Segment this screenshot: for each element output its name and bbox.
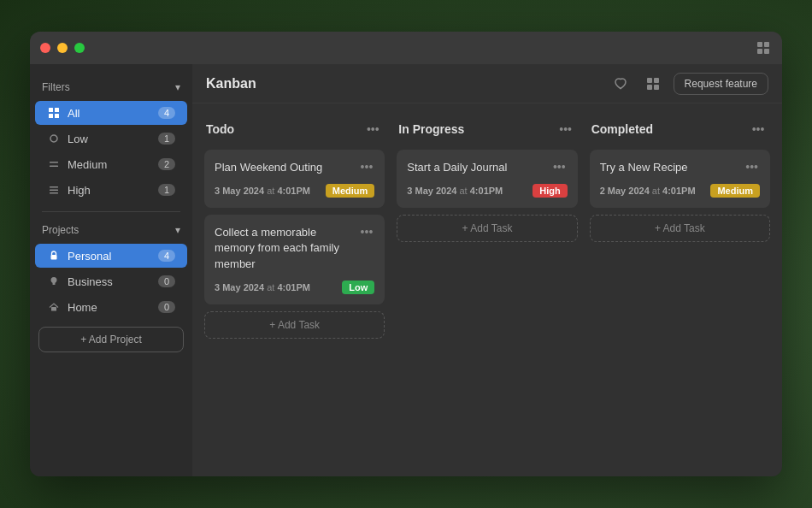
- column-completed-header: Completed •••: [590, 115, 770, 143]
- request-feature-button[interactable]: Request feature: [674, 73, 768, 95]
- project-business-label: Business: [68, 275, 151, 288]
- task-card-memorable-memory-more[interactable]: •••: [359, 225, 375, 239]
- svg-rect-2: [757, 49, 762, 54]
- task-card-daily-journal-priority: High: [533, 184, 567, 198]
- task-card-daily-journal-date: 3 May 2024 at 4:01PM: [407, 186, 503, 196]
- task-card-memorable-memory-header: Collect a memorable memory from each fam…: [215, 225, 374, 272]
- grid-icon: [47, 106, 61, 120]
- column-completed-more-button[interactable]: •••: [748, 119, 768, 139]
- sidebar-item-low[interactable]: Low 1: [35, 127, 187, 151]
- task-card-plan-weekend[interactable]: Plan Weekend Outing ••• 3 May 2024 at 4:…: [204, 150, 385, 208]
- filters-section-header: Filters ▾: [30, 78, 192, 100]
- layout-icon[interactable]: [755, 39, 772, 56]
- task-card-memorable-memory-footer: 3 May 2024 at 4:01PM Low: [215, 281, 374, 294]
- svg-rect-4: [49, 108, 53, 112]
- project-business-badge: 0: [158, 275, 175, 287]
- title-bar: [30, 32, 782, 64]
- svg-rect-10: [50, 166, 58, 168]
- filter-high-label: High: [68, 184, 151, 197]
- svg-rect-3: [764, 49, 769, 54]
- filter-high-badge: 1: [158, 184, 175, 196]
- task-card-new-recipe-footer: 2 May 2024 at 4:01PM Medium: [600, 184, 760, 198]
- project-personal-label: Personal: [68, 250, 151, 263]
- task-card-memorable-memory-title: Collect a memorable memory from each fam…: [215, 225, 352, 272]
- low-icon: [47, 132, 61, 145]
- maximize-button[interactable]: [74, 43, 85, 53]
- task-card-plan-weekend-more[interactable]: •••: [359, 160, 375, 174]
- content-area: Kanban Request feature: [192, 64, 782, 476]
- completed-add-task-button[interactable]: + Add Task: [590, 215, 770, 242]
- svg-rect-12: [50, 190, 58, 192]
- sidebar-item-personal[interactable]: Personal 4: [35, 244, 187, 268]
- header-actions: Request feature: [609, 72, 768, 96]
- svg-rect-5: [55, 108, 59, 112]
- filter-low-badge: 1: [158, 133, 175, 145]
- sidebar-item-home[interactable]: Home 0: [35, 295, 187, 319]
- sidebar-item-all[interactable]: All 4: [35, 101, 187, 125]
- page-title: Kanban: [206, 76, 609, 92]
- main-layout: Filters ▾ All 4: [30, 64, 782, 476]
- filters-label: Filters: [42, 81, 70, 93]
- svg-rect-0: [757, 42, 762, 47]
- svg-rect-1: [764, 42, 769, 47]
- medium-icon: [47, 157, 61, 171]
- svg-rect-9: [50, 162, 58, 163]
- task-card-memorable-memory[interactable]: Collect a memorable memory from each fam…: [204, 215, 385, 304]
- column-todo-more-button[interactable]: •••: [362, 119, 383, 139]
- svg-point-8: [50, 135, 57, 142]
- filter-all-label: All: [68, 107, 151, 120]
- favorite-button[interactable]: [609, 72, 633, 96]
- column-in-progress-more-button[interactable]: •••: [556, 119, 576, 139]
- high-icon: [47, 183, 61, 197]
- task-card-plan-weekend-footer: 3 May 2024 at 4:01PM Medium: [215, 184, 374, 198]
- task-card-daily-journal[interactable]: Start a Daily Journal ••• 3 May 2024 at …: [397, 150, 577, 208]
- task-card-plan-weekend-header: Plan Weekend Outing •••: [215, 160, 374, 175]
- svg-rect-11: [50, 186, 58, 188]
- filters-chevron-icon: ▾: [175, 81, 180, 93]
- projects-section-header: Projects ▾: [30, 221, 192, 243]
- task-card-plan-weekend-title: Plan Weekend Outing: [215, 160, 352, 175]
- projects-label: Projects: [42, 224, 79, 236]
- column-todo: Todo ••• Plan Weekend Outing ••• 3 May 2…: [204, 115, 385, 464]
- column-in-progress: In Progress ••• Start a Daily Journal ••…: [397, 115, 577, 464]
- svg-rect-19: [647, 85, 652, 90]
- sidebar: Filters ▾ All 4: [30, 64, 192, 476]
- sidebar-item-medium[interactable]: Medium 2: [35, 152, 187, 176]
- in-progress-add-task-button[interactable]: + Add Task: [397, 215, 577, 242]
- task-card-daily-journal-header: Start a Daily Journal •••: [407, 160, 567, 175]
- sidebar-item-business[interactable]: Business 0: [35, 269, 187, 293]
- task-card-memorable-memory-date: 3 May 2024 at 4:01PM: [215, 282, 310, 292]
- task-card-new-recipe-title: Try a New Recipe: [600, 160, 738, 175]
- task-card-new-recipe-priority: Medium: [710, 184, 760, 198]
- add-project-button[interactable]: + Add Project: [38, 327, 184, 352]
- column-in-progress-header: In Progress •••: [397, 115, 577, 143]
- project-home-label: Home: [68, 301, 151, 314]
- task-card-new-recipe[interactable]: Try a New Recipe ••• 2 May 2024 at 4:01P…: [590, 150, 770, 208]
- svg-rect-16: [51, 307, 56, 311]
- column-completed: Completed ••• Try a New Recipe ••• 2 May…: [590, 115, 770, 464]
- task-card-new-recipe-more[interactable]: •••: [744, 160, 760, 174]
- view-options-button[interactable]: [641, 72, 665, 96]
- minimize-button[interactable]: [57, 43, 68, 53]
- projects-chevron-icon: ▾: [175, 224, 180, 236]
- task-card-new-recipe-date: 2 May 2024 at 4:01PM: [600, 186, 696, 196]
- filter-low-label: Low: [68, 133, 151, 145]
- svg-rect-14: [51, 255, 57, 260]
- svg-rect-17: [647, 78, 652, 83]
- home-icon: [47, 300, 61, 314]
- svg-rect-7: [55, 114, 59, 118]
- task-card-daily-journal-more[interactable]: •••: [551, 160, 568, 174]
- close-button[interactable]: [40, 43, 50, 53]
- filter-all-badge: 4: [158, 107, 175, 119]
- column-completed-title: Completed: [591, 122, 748, 136]
- content-header: Kanban Request feature: [192, 64, 782, 103]
- todo-add-task-button[interactable]: + Add Task: [204, 311, 385, 339]
- sidebar-item-high[interactable]: High 1: [35, 178, 187, 202]
- task-card-memorable-memory-priority: Low: [342, 281, 374, 294]
- sidebar-divider: [42, 211, 180, 212]
- column-in-progress-title: In Progress: [398, 122, 555, 136]
- column-todo-title: Todo: [206, 122, 362, 136]
- svg-rect-13: [50, 192, 58, 194]
- project-home-badge: 0: [158, 301, 175, 313]
- app-window: Filters ▾ All 4: [30, 32, 782, 476]
